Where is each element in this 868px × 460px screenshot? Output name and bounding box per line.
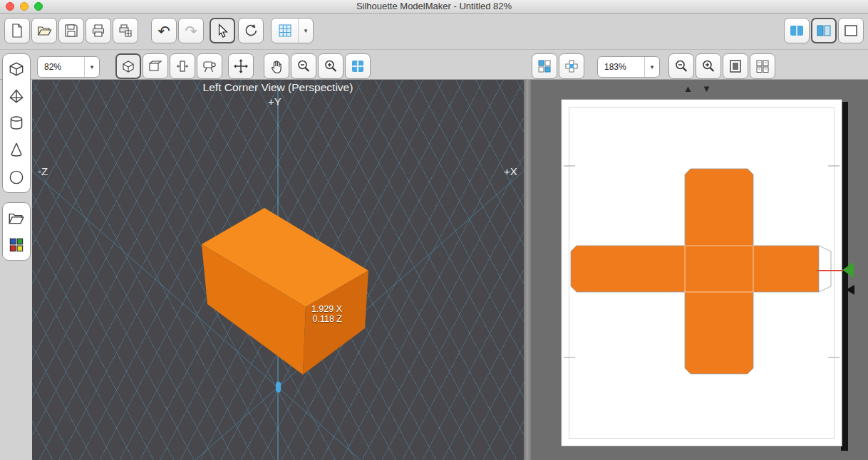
print-page[interactable] — [561, 99, 842, 446]
sphere-icon — [7, 168, 26, 187]
layout-split-view-button[interactable] — [811, 18, 837, 43]
print-icon — [91, 23, 106, 38]
open-folder-icon — [7, 209, 26, 227]
page-zoom-select[interactable]: 183% ▾ — [597, 56, 660, 78]
coordinate-z: 0.118 Z — [274, 315, 342, 325]
save-icon — [63, 23, 79, 38]
layout-single-view-button[interactable] — [838, 18, 864, 43]
open-shape-button[interactable] — [4, 204, 29, 231]
viewport-3d[interactable]: Left Corner View (Perspective) +Y -Z +X … — [32, 80, 524, 460]
camera-icon — [202, 58, 217, 74]
grid-icon — [272, 23, 298, 38]
page-up-button[interactable]: ▲ — [683, 84, 693, 93]
cross-net-icon — [564, 58, 579, 74]
perspective-view-button[interactable] — [115, 53, 141, 79]
net-cross[interactable] — [571, 169, 819, 374]
new-document-button[interactable] — [4, 18, 30, 43]
unfold-icon — [175, 58, 190, 74]
arrange-parts-button[interactable] — [532, 53, 557, 79]
unfolded-net-canvas — [562, 100, 842, 446]
zoom-out-icon — [673, 58, 689, 74]
panel-divider[interactable] — [524, 80, 531, 460]
perspective-cube-icon — [120, 58, 136, 74]
layout-dual-view-button[interactable] — [784, 18, 810, 43]
shape-cone-button[interactable] — [4, 137, 29, 164]
move-cross-icon — [233, 58, 249, 74]
arrange-parts-icon — [537, 58, 552, 74]
zoom-window-button[interactable] — [34, 2, 43, 11]
axis-label-x: +X — [504, 165, 517, 177]
glue-tab[interactable] — [819, 246, 831, 292]
view3d-zoom-value: 82% — [38, 62, 84, 72]
view3d-zoom-select[interactable]: 82% ▾ — [37, 56, 100, 78]
chevron-down-icon[interactable]: ▾ — [298, 19, 313, 43]
new-document-icon — [9, 23, 25, 38]
flat-view-button[interactable] — [143, 53, 168, 79]
cut-indicator-line — [817, 270, 843, 271]
select-arrow-icon — [215, 23, 230, 38]
axis-handle[interactable] — [276, 382, 281, 392]
redo-button[interactable]: ↷ — [178, 18, 204, 43]
zoom-out-icon — [296, 58, 311, 74]
toolbar-separator — [0, 49, 868, 50]
arrange-cross-button[interactable] — [559, 53, 584, 79]
multi-page-icon — [755, 58, 770, 74]
hand-icon — [269, 58, 284, 74]
zoom-in-icon — [323, 58, 339, 74]
shape-box-button[interactable] — [4, 56, 29, 83]
chevron-down-icon[interactable]: ▾ — [84, 57, 99, 77]
color-palette-icon — [7, 236, 26, 254]
undo-button[interactable]: ↶ — [151, 18, 177, 43]
print-button[interactable] — [86, 18, 111, 43]
open-file-button[interactable] — [31, 18, 57, 43]
rotate-view-button[interactable] — [238, 18, 264, 43]
shape-sphere-button[interactable] — [4, 164, 29, 191]
grid-snap-select[interactable]: ▾ — [271, 18, 314, 43]
colors-button[interactable] — [4, 231, 29, 258]
shape-cylinder-button[interactable] — [4, 110, 29, 137]
camera-view-button[interactable] — [197, 53, 222, 79]
page-down-button[interactable]: ▼ — [702, 84, 711, 93]
cone-icon — [7, 141, 26, 160]
print-preview-button[interactable] — [113, 18, 138, 43]
dual-view-filled-icon — [789, 23, 805, 38]
page-layout-panel[interactable]: ▲ ▼ — [531, 80, 868, 460]
traffic-lights — [6, 2, 43, 11]
page-zoom-in-button[interactable] — [696, 53, 721, 79]
unfold-model-button[interactable] — [170, 53, 195, 79]
window-title: Silhouette ModelMaker - Untitled 82% — [0, 0, 868, 13]
undo-icon: ↶ — [157, 23, 170, 38]
black-arrow-icon — [846, 285, 854, 295]
chevron-down-icon[interactable]: ▾ — [644, 57, 659, 77]
pan-hand-button[interactable] — [264, 53, 289, 79]
select-tool-button[interactable] — [210, 18, 235, 43]
pyramid-icon — [7, 87, 26, 105]
shape-tools-panel — [2, 53, 31, 193]
view3d-zoom-in-button[interactable] — [318, 53, 343, 79]
titlebar: Silhouette ModelMaker - Untitled 82% — [0, 0, 868, 14]
view3d-zoom-out-button[interactable] — [291, 53, 316, 79]
axis-label-y: +Y — [268, 95, 281, 108]
viewport-canvas — [32, 80, 524, 460]
page-zoom-out-button[interactable] — [668, 53, 694, 79]
page-zoom-value: 183% — [598, 62, 644, 72]
box-icon — [7, 60, 26, 78]
redo-icon: ↷ — [185, 23, 197, 38]
edge-green-arrow[interactable] — [842, 261, 854, 278]
page-border-button[interactable] — [723, 53, 748, 79]
edge-black-arrow[interactable] — [845, 284, 855, 296]
shape-pyramid-button[interactable] — [4, 83, 29, 110]
close-window-button[interactable] — [6, 2, 14, 11]
multi-page-button[interactable] — [750, 53, 775, 79]
minimize-window-button[interactable] — [20, 2, 29, 11]
single-view-icon — [843, 23, 859, 38]
save-file-button[interactable] — [58, 18, 84, 43]
axis-label-neg-z: -Z — [38, 165, 48, 177]
four-view-icon — [350, 58, 366, 74]
print-preview-icon — [118, 23, 133, 38]
viewport-title: Left Corner View (Perspective) — [32, 81, 524, 94]
page-border-icon — [728, 58, 743, 74]
four-view-split-button[interactable] — [345, 53, 371, 79]
green-arrow-icon — [842, 262, 854, 278]
move-object-button[interactable] — [228, 53, 254, 79]
